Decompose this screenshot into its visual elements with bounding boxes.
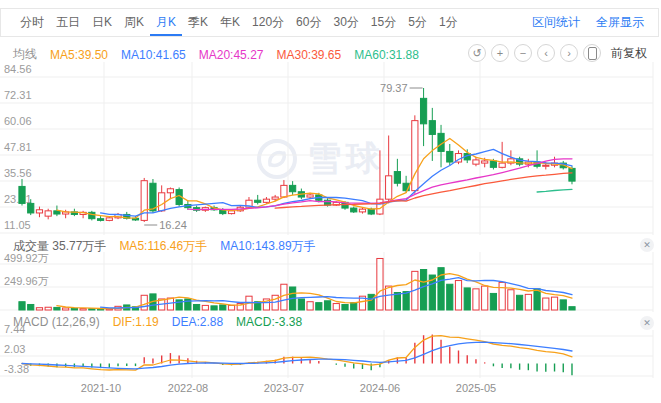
ma5-value: MA5:39.50	[50, 48, 108, 62]
macd-value: MACD:-3.38	[236, 315, 302, 329]
candle-body	[141, 181, 147, 221]
tab-monthly-k[interactable]: 月K	[150, 9, 182, 36]
tab-quarterly-k[interactable]: 季K	[182, 9, 214, 36]
volume-bar	[342, 304, 348, 310]
volume-bar	[525, 294, 531, 310]
tabbar-right-links: 区间统计 全屏显示	[532, 14, 658, 31]
candle-body	[19, 186, 25, 203]
volume-bar	[228, 305, 234, 310]
volume-bar	[377, 258, 383, 310]
ma10-value: MA10:41.65	[121, 48, 186, 62]
candle-body	[290, 185, 296, 191]
candle-body	[307, 195, 313, 197]
volume-bars-layer	[19, 258, 575, 310]
candle-body	[150, 183, 156, 211]
fullscreen-link[interactable]: 全屏显示	[596, 14, 644, 31]
macd-panel-close-icon[interactable]: ✕	[640, 316, 654, 330]
high-annotation-label: 79.37	[380, 82, 408, 94]
volume-bar	[19, 302, 25, 310]
macd-histogram-layer	[31, 335, 572, 376]
volume-bar	[473, 289, 479, 310]
volume-bar	[447, 284, 453, 310]
volume-bar	[569, 307, 575, 310]
candle-body	[482, 161, 488, 163]
ma60-value: MA60:31.88	[354, 48, 419, 62]
candle-body	[447, 151, 453, 162]
x-axis-label: 2023-07	[264, 382, 304, 394]
screenshot-icon[interactable]	[583, 44, 601, 62]
volume-tick-label: 499.92万	[4, 252, 49, 264]
price-tick-label: 72.31	[4, 89, 32, 101]
x-axis-label: 2025-05	[456, 382, 496, 394]
tab-minute[interactable]: 分时	[14, 9, 50, 36]
x-axis-label: 2021-10	[81, 382, 121, 394]
zoom-out-icon[interactable]: −	[514, 44, 532, 62]
volume-bar	[482, 286, 488, 310]
tab-yearly-k[interactable]: 年K	[214, 9, 246, 36]
volume-bar	[368, 294, 374, 310]
tab-weekly-k[interactable]: 周K	[118, 9, 150, 36]
price-ma60-line	[537, 189, 572, 192]
candle-body	[45, 211, 51, 216]
volume-bar	[63, 308, 69, 310]
chart-controls: ↺ + − ‹ › 前复权	[468, 44, 647, 62]
macd-chart-svg[interactable]: 7.442.03-3.38	[0, 330, 661, 378]
price-tick-label: 11.05	[4, 219, 31, 231]
ma30-value: MA30:39.65	[276, 48, 341, 62]
macd-tick-label: 2.03	[4, 343, 25, 355]
candle-body	[386, 176, 392, 199]
candle-body	[351, 208, 357, 212]
period-tabs: 分时 五日 日K 周K 月K 季K 年K 120分 60分 30分 15分 5分…	[1, 9, 464, 36]
candle-body	[543, 165, 549, 166]
range-statistics-link[interactable]: 区间统计	[532, 14, 580, 31]
x-axis-label: 2022-08	[168, 382, 208, 394]
volume-bar	[281, 284, 287, 310]
volume-panel-close-icon[interactable]: ✕	[640, 238, 654, 252]
price-tick-label: 60.06	[4, 115, 32, 127]
volume-tick-label: 249.96万	[4, 275, 49, 287]
volume-bar	[202, 305, 208, 310]
x-axis-label: 2024-06	[360, 382, 400, 394]
tab-60min[interactable]: 60分	[290, 9, 327, 36]
price-chart-svg[interactable]: 84.5672.3160.0647.8135.5623.3111.0579.37…	[0, 62, 661, 235]
volume-chart-svg[interactable]: 499.92万249.96万	[0, 252, 661, 312]
tab-5day[interactable]: 五日	[50, 9, 86, 36]
candle-body	[263, 199, 269, 202]
undo-icon[interactable]: ↺	[468, 44, 486, 62]
volume-bar	[560, 300, 566, 310]
volume-bar	[490, 293, 496, 310]
candle-body	[473, 160, 479, 164]
ma20-value: MA20:45.27	[199, 48, 264, 62]
pan-left-icon[interactable]: ‹	[537, 44, 555, 62]
volume-bar	[80, 309, 86, 310]
forward-adjusted-toggle[interactable]: 前复权	[611, 45, 647, 62]
volume-bar	[455, 281, 461, 310]
dea-value: DEA:2.88	[172, 315, 223, 329]
volume-bar	[499, 282, 505, 310]
zoom-in-icon[interactable]: +	[491, 44, 509, 62]
tab-5min[interactable]: 5分	[402, 9, 433, 36]
candle-body	[420, 98, 426, 123]
volume-bar	[517, 295, 523, 310]
candle-body	[28, 203, 34, 213]
tab-120min[interactable]: 120分	[246, 9, 290, 36]
candle-body	[569, 168, 575, 181]
candle-body	[167, 189, 173, 193]
volume-bar	[316, 303, 322, 310]
volume-bar	[394, 293, 400, 310]
volume-bar	[167, 298, 173, 310]
volume-bar	[324, 301, 330, 310]
volume-bar	[386, 286, 392, 310]
tab-15min[interactable]: 15分	[365, 9, 402, 36]
tab-30min[interactable]: 30分	[327, 9, 364, 36]
price-tick-label: 84.56	[4, 63, 32, 75]
volume-bar	[420, 270, 426, 310]
volume-bar	[45, 307, 51, 310]
macd-legend: MACD (12,26,9) DIF:1.19 DEA:2.88 MACD:-3…	[13, 315, 302, 329]
pan-right-icon[interactable]: ›	[560, 44, 578, 62]
volume-bar	[543, 298, 549, 310]
tab-daily-k[interactable]: 日K	[86, 9, 118, 36]
candle-body	[394, 172, 400, 184]
macd-tick-label: 7.44	[4, 323, 25, 335]
tab-1min[interactable]: 1分	[433, 9, 464, 36]
